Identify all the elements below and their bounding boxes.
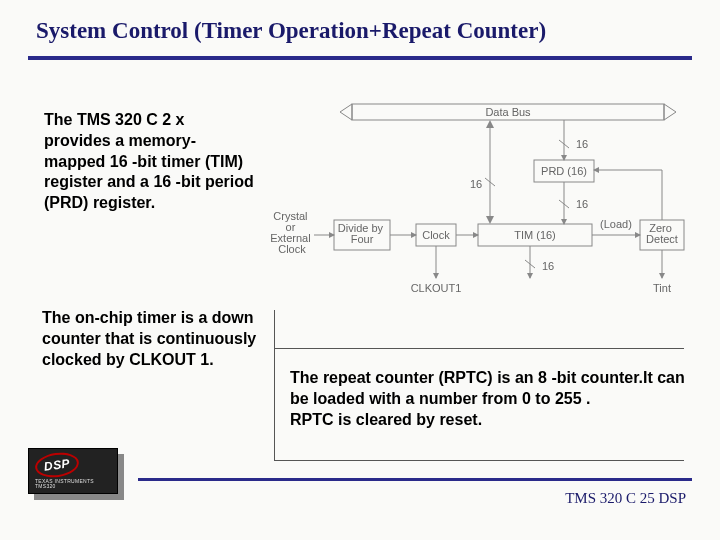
svg-marker-1	[340, 104, 352, 120]
label-tint: Tint	[653, 282, 671, 294]
footer-text: TMS 320 C 25 DSP	[565, 490, 686, 507]
ti-dsp-logo: DSP TEXAS INSTRUMENTS TMS320	[28, 448, 124, 500]
label-zero-detect: Zero Detect	[646, 222, 678, 245]
svg-marker-7	[486, 120, 494, 128]
label-bits-mid-left: 16	[470, 178, 482, 190]
footer-rule	[138, 478, 692, 481]
divider-vertical	[274, 310, 275, 460]
label-tim: TIM (16)	[514, 229, 556, 241]
label-data-bus: Data Bus	[485, 106, 531, 118]
paragraph-3: The repeat counter (RPTC) is an 8 -bit c…	[290, 368, 690, 430]
divider-h-lower	[274, 460, 684, 461]
label-bits-lower: 16	[542, 260, 554, 272]
label-clkout1: CLKOUT1	[411, 282, 462, 294]
label-prd: PRD (16)	[541, 165, 587, 177]
divider-h-upper	[274, 348, 684, 349]
timer-block-diagram: Data Bus 16 PRD (16) 16 16 Crystal or Ex…	[268, 100, 698, 310]
svg-marker-2	[664, 104, 676, 120]
logo-ti-line2: TMS320	[35, 483, 56, 489]
label-bits-upper: 16	[576, 138, 588, 150]
slide-title: System Control (Timer Operation+Repeat C…	[36, 18, 546, 44]
label-bits-mid-right: 16	[576, 198, 588, 210]
paragraph-2: The on-chip timer is a down counter that…	[42, 308, 262, 370]
logo-dsp-text: DSP	[43, 456, 71, 474]
label-input-source: Crystal or External Clock	[270, 210, 313, 255]
label-divide: Divide by Four	[338, 222, 386, 245]
label-load: (Load)	[600, 218, 632, 230]
paragraph-1: The TMS 320 C 2 x provides a memory-mapp…	[44, 110, 254, 214]
svg-marker-8	[486, 216, 494, 224]
label-clock: Clock	[422, 229, 450, 241]
title-underline	[28, 56, 692, 60]
